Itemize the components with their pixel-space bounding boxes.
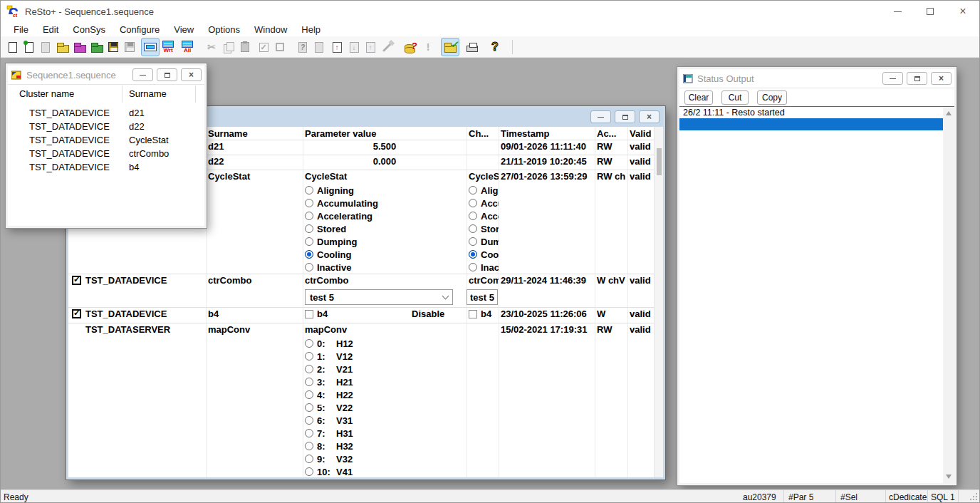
value-checkbox-unchecked[interactable]: [305, 310, 313, 318]
row-checkbox-checked[interactable]: [72, 309, 81, 318]
table-row[interactable]: TST_DATADEVICE b4 b4 Disable b4 23/10-20…: [68, 307, 654, 323]
single-view-button[interactable]: [141, 38, 160, 56]
value-checkbox-unchecked[interactable]: [469, 310, 477, 318]
radio-option[interactable]: 2:V21: [305, 363, 464, 375]
scroll-down-icon[interactable]: [946, 475, 952, 479]
radio-label: H12: [336, 338, 353, 349]
radio-option[interactable]: Inactive: [305, 261, 464, 274]
header-surname[interactable]: Surname: [206, 127, 303, 140]
open-folder-yellow-button[interactable]: [53, 38, 72, 56]
radio-option[interactable]: 3:H21: [305, 375, 464, 388]
menu-file[interactable]: File: [6, 24, 36, 35]
app-maximize-button[interactable]: [914, 1, 947, 22]
header-ch[interactable]: Ch...: [466, 127, 499, 140]
open-folder-magenta-button[interactable]: [71, 38, 89, 56]
radio-option[interactable]: Cooling: [305, 248, 464, 261]
sweep-button[interactable]: [377, 38, 396, 56]
cut-button[interactable]: Cut: [721, 90, 749, 105]
status-close-button[interactable]: ×: [931, 72, 952, 85]
status-minimize-button[interactable]: [882, 72, 903, 85]
app-minimize-button[interactable]: [881, 1, 914, 22]
status-scrollbar[interactable]: [943, 107, 954, 483]
vertical-scrollbar[interactable]: [654, 127, 663, 477]
copy-button[interactable]: Copy: [757, 90, 787, 105]
table-row[interactable]: TST_DATADEVICE ctrCombo ctrCombo test 5 …: [68, 274, 654, 307]
row-checkbox-checked[interactable]: [72, 276, 81, 285]
radio-option[interactable]: Cooling: [469, 248, 496, 261]
selected-log-row[interactable]: [679, 118, 943, 130]
header-parameter-value[interactable]: Parameter value: [303, 127, 466, 140]
radio-option[interactable]: Accelerating: [305, 209, 464, 222]
paste-button[interactable]: [236, 38, 254, 56]
list-item[interactable]: TST_DATADEVICE d22: [8, 120, 204, 133]
menu-options[interactable]: Options: [201, 24, 247, 35]
menu-view[interactable]: View: [167, 24, 201, 35]
radio-option[interactable]: Inactive: [469, 261, 496, 274]
radio-option[interactable]: Stored: [305, 222, 464, 235]
radio-option[interactable]: Dumping: [305, 235, 464, 248]
list-item[interactable]: TST_DATADEVICE b4: [8, 160, 204, 174]
new-disabled-button[interactable]: [36, 38, 55, 56]
log-line[interactable]: 26/2 11:11 - Resto started: [683, 108, 785, 118]
menu-help[interactable]: Help: [294, 24, 328, 35]
radio-option[interactable]: 1:V12: [305, 350, 464, 363]
list-item[interactable]: TST_DATADEVICE d21: [8, 106, 204, 120]
status-output-titlebar[interactable]: Status Output ×: [679, 69, 954, 88]
status-restore-button[interactable]: [907, 72, 927, 85]
upload-button[interactable]: ↑: [328, 38, 346, 56]
list-item[interactable]: TST_DATADEVICE CycleStat: [8, 133, 204, 147]
menu-consys[interactable]: ConSys: [66, 24, 113, 35]
radio-option[interactable]: 6:V31: [305, 414, 464, 427]
sequence-window-titlebar[interactable]: Sequence1.sequence ×: [8, 66, 204, 85]
header-valid[interactable]: Valid: [627, 127, 654, 140]
header-timestamp[interactable]: Timestamp: [499, 127, 595, 140]
stop-button[interactable]: [271, 38, 289, 56]
radio-option[interactable]: 0:H12: [305, 337, 464, 350]
seq-minimize-button[interactable]: [132, 68, 153, 81]
header-cluster-name[interactable]: Cluster name: [19, 88, 74, 99]
menu-configure[interactable]: Configure: [113, 24, 167, 35]
table-row[interactable]: TST_DATASERVER mapConv mapConv 0:H121:V1…: [68, 323, 654, 477]
database-query-button[interactable]: ?: [400, 38, 418, 56]
scrollbar-thumb[interactable]: [657, 148, 662, 175]
resize-grip-icon[interactable]: [976, 499, 977, 500]
radio-option[interactable]: 9:V32: [305, 452, 464, 465]
param-close-button[interactable]: ×: [639, 110, 660, 123]
menu-window[interactable]: Window: [247, 24, 294, 35]
combo-box[interactable]: test 5: [305, 289, 453, 305]
scroll-up-icon[interactable]: [946, 111, 952, 115]
param-minimize-button[interactable]: [590, 110, 611, 123]
cut-button[interactable]: ✂: [202, 38, 221, 56]
radio-option[interactable]: Accumulating: [469, 197, 496, 209]
save-disabled-button[interactable]: [120, 38, 139, 56]
radio-option[interactable]: 4:H22: [305, 388, 464, 401]
radio-option[interactable]: Aligning: [469, 184, 496, 197]
radio-option[interactable]: 8:H32: [305, 440, 464, 452]
seq-close-button[interactable]: ×: [181, 68, 202, 81]
radio-option[interactable]: Aligning: [305, 184, 464, 197]
seq-restore-button[interactable]: [157, 68, 177, 81]
radio-option[interactable]: 10:V41: [305, 465, 464, 477]
app-close-button[interactable]: ×: [947, 1, 979, 22]
cell-cluster: TST_DATADEVICE: [85, 275, 167, 286]
radio-option[interactable]: 7:H31: [305, 427, 464, 440]
menu-edit[interactable]: Edit: [36, 24, 66, 35]
clear-button[interactable]: Clear: [684, 90, 713, 105]
all-view-button[interactable]: All: [178, 38, 197, 56]
status-output-list[interactable]: 26/2 11:11 - Resto started: [679, 107, 954, 483]
page-blank-button[interactable]: [310, 38, 328, 56]
print-button[interactable]: [463, 38, 481, 56]
radio-option[interactable]: Accelerating: [469, 209, 496, 222]
radio-option[interactable]: Stored: [469, 222, 496, 235]
radio-option[interactable]: 5:V22: [305, 401, 464, 414]
param-restore-button[interactable]: [615, 110, 635, 123]
list-item[interactable]: TST_DATADEVICE ctrCombo: [8, 147, 204, 160]
radio-option[interactable]: Accumulating: [305, 197, 464, 209]
header-surname[interactable]: Surname: [129, 88, 167, 99]
radio-option[interactable]: Dumping: [469, 235, 496, 248]
load-folder-button[interactable]: ✓: [441, 38, 459, 56]
alert-button[interactable]: !: [419, 38, 437, 56]
help-button[interactable]: ?: [486, 38, 504, 56]
header-access[interactable]: Ac...: [595, 127, 627, 140]
write-view-button[interactable]: Wrt: [159, 38, 177, 56]
